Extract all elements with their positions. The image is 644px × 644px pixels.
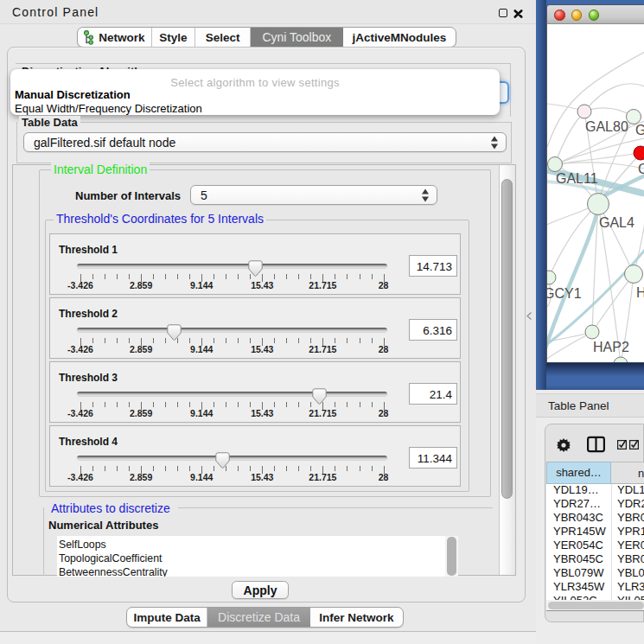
- svg-text:GCY1: GCY1: [547, 286, 582, 301]
- svg-text:HAP2: HAP2: [593, 340, 629, 354]
- svg-text:HXT: HXT: [636, 285, 644, 300]
- svg-text:GAL11: GAL11: [556, 171, 598, 186]
- svg-text:GAL4: GAL4: [599, 215, 634, 230]
- svg-text:C: C: [638, 162, 644, 176]
- svg-text:GAL6: GAL6: [635, 123, 644, 137]
- svg-text:GAL80: GAL80: [585, 119, 628, 134]
